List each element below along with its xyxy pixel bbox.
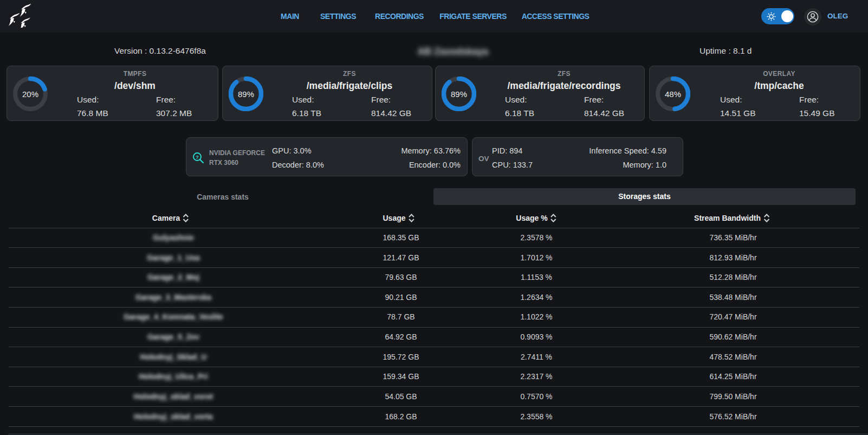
svg-text:?: ? <box>196 154 199 160</box>
